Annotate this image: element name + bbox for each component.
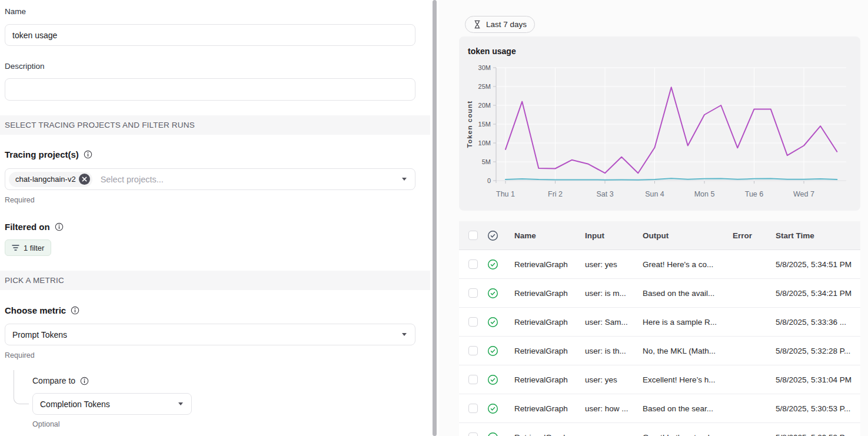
info-circle-icon xyxy=(84,150,92,159)
run-row[interactable]: RetrievalGraphuser: yesGreat! Let's exte… xyxy=(459,423,860,436)
run-name-cell: RetrievalGraph xyxy=(506,289,585,298)
run-row[interactable]: RetrievalGraphuser: yesGreat! Here's a c… xyxy=(459,250,860,279)
chevron-down-icon xyxy=(402,178,407,181)
run-input-cell: user: is m... xyxy=(585,289,643,298)
column-header-error: Error xyxy=(733,231,776,240)
svg-text:5M: 5M xyxy=(482,158,491,165)
run-start-time-cell: 5/8/2025, 5:33:36 ... xyxy=(776,318,860,327)
run-start-time-cell: 5/8/2025, 5:34:51 PM xyxy=(776,260,860,269)
success-status-icon xyxy=(487,432,498,436)
run-name-cell: RetrievalGraph xyxy=(506,318,585,327)
run-start-time-cell: 5/8/2025, 5:30:53 P... xyxy=(776,404,860,413)
run-input-cell: user: yes xyxy=(585,375,643,384)
success-status-icon xyxy=(487,345,498,357)
project-select-placeholder: Select projects... xyxy=(101,175,164,184)
svg-text:10M: 10M xyxy=(478,139,491,147)
name-input[interactable] xyxy=(5,24,415,46)
svg-text:Thu 1: Thu 1 xyxy=(496,190,515,198)
create-chart-form-panel: Name Description SELECT TRACING PROJECTS… xyxy=(0,0,430,436)
run-output-cell: Great! Here's a co... xyxy=(643,260,733,269)
row-checkbox[interactable] xyxy=(468,432,478,436)
row-checkbox[interactable] xyxy=(468,259,478,269)
tracing-required-hint: Required xyxy=(5,196,35,204)
filter-lines-icon xyxy=(12,244,19,251)
description-label: Description xyxy=(5,62,45,71)
svg-text:Wed 7: Wed 7 xyxy=(793,190,814,198)
column-header-name: Name xyxy=(506,231,585,240)
run-name-cell: RetrievalGraph xyxy=(506,347,585,355)
column-header-input: Input xyxy=(585,231,643,240)
run-row[interactable]: RetrievalGraphuser: how ...Based on the … xyxy=(459,394,860,423)
row-checkbox[interactable] xyxy=(468,346,478,355)
compare-optional-hint: Optional xyxy=(32,420,60,428)
runs-table: Name Input Output Error Start Time Retri… xyxy=(459,221,860,436)
description-input[interactable] xyxy=(5,78,415,101)
success-status-icon xyxy=(487,317,498,328)
row-checkbox[interactable] xyxy=(468,317,478,327)
token-usage-line-chart: 05M10M15M20M25M30MThu 1Fri 2Sat 3Sun 4Mo… xyxy=(459,36,860,211)
preview-panel: Last 7 days token usage 05M10M15M20M25M3… xyxy=(438,0,868,436)
row-checkbox[interactable] xyxy=(468,375,478,384)
run-start-time-cell: 5/8/2025, 5:31:04 PM xyxy=(776,375,860,384)
project-multiselect[interactable]: chat-langchain-v2 Select projects... xyxy=(5,168,415,190)
metric-select[interactable]: Prompt Tokens xyxy=(5,324,415,345)
run-start-time-cell: 5/8/2025, 5:34:21 PM xyxy=(776,289,860,298)
section-select-projects: SELECT TRACING PROJECTS AND FILTER RUNS xyxy=(0,115,430,135)
app-window: Name Description SELECT TRACING PROJECTS… xyxy=(0,0,868,436)
info-circle-icon xyxy=(55,222,64,231)
run-input-cell: user: is th... xyxy=(585,347,643,355)
compare-connector-line xyxy=(14,370,29,404)
run-output-cell: Here is a sample R... xyxy=(643,318,733,327)
success-status-icon xyxy=(487,288,498,299)
svg-text:25M: 25M xyxy=(478,83,491,90)
svg-text:20M: 20M xyxy=(478,102,491,109)
name-label: Name xyxy=(5,7,26,16)
success-status-icon xyxy=(487,403,498,414)
choose-metric-label: Choose metric xyxy=(5,305,79,315)
run-output-cell: Excellent! Here’s h... xyxy=(643,375,733,384)
run-output-cell: No, the MKL (Math... xyxy=(643,347,733,355)
svg-text:Mon 5: Mon 5 xyxy=(694,190,715,198)
success-status-icon xyxy=(487,259,498,270)
svg-text:Fri 2: Fri 2 xyxy=(548,190,563,198)
panel-scrollbar[interactable] xyxy=(430,0,438,436)
chevron-down-icon xyxy=(178,402,183,405)
column-header-output: Output xyxy=(643,231,733,240)
run-name-cell: RetrievalGraph xyxy=(506,404,585,413)
token-usage-chart-card: token usage 05M10M15M20M25M30MThu 1Fri 2… xyxy=(459,36,860,211)
y-axis-label: Token count xyxy=(466,101,473,148)
run-row[interactable]: RetrievalGraphuser: yesExcellent! Here’s… xyxy=(459,365,860,394)
row-checkbox[interactable] xyxy=(468,288,478,298)
remove-project-icon[interactable] xyxy=(79,174,90,185)
time-range-button[interactable]: Last 7 days xyxy=(465,16,535,33)
x-icon xyxy=(82,177,87,182)
svg-text:0: 0 xyxy=(487,177,491,184)
compare-select[interactable]: Completion Tokens xyxy=(32,393,192,415)
svg-text:30M: 30M xyxy=(478,64,491,71)
run-output-cell: Based on the avail... xyxy=(643,289,733,298)
tracing-projects-label: Tracing project(s) xyxy=(5,149,92,159)
run-input-cell: user: Sam... xyxy=(585,318,643,327)
run-name-cell: RetrievalGraph xyxy=(506,375,585,384)
project-chip: chat-langchain-v2 xyxy=(9,172,92,187)
run-row[interactable]: RetrievalGraphuser: Sam...Here is a samp… xyxy=(459,308,860,337)
row-checkbox[interactable] xyxy=(468,404,478,413)
run-name-cell: RetrievalGraph xyxy=(506,260,585,269)
run-row[interactable]: RetrievalGraphuser: is m...Based on the … xyxy=(459,279,860,308)
svg-text:Tue 6: Tue 6 xyxy=(745,190,764,198)
scrollbar-thumb[interactable] xyxy=(433,0,437,436)
svg-text:Sat 3: Sat 3 xyxy=(596,190,613,198)
runs-table-header: Name Input Output Error Start Time xyxy=(459,221,860,250)
chevron-down-icon xyxy=(402,333,407,336)
info-circle-icon xyxy=(80,377,89,385)
filter-count-button[interactable]: 1 filter xyxy=(5,239,51,256)
info-circle-icon xyxy=(71,306,79,315)
run-output-cell: Based on the sear... xyxy=(643,404,733,413)
run-name-cell: RetrievalGraph xyxy=(506,433,585,436)
run-row[interactable]: RetrievalGraphuser: is th...No, the MKL … xyxy=(459,337,860,365)
svg-text:15M: 15M xyxy=(478,121,491,128)
run-start-time-cell: 5/8/2025, 5:29:53 P... xyxy=(776,433,860,436)
run-input-cell: user: yes xyxy=(585,260,643,269)
select-all-checkbox[interactable] xyxy=(468,231,478,240)
run-start-time-cell: 5/8/2025, 5:32:28 P... xyxy=(776,347,860,355)
